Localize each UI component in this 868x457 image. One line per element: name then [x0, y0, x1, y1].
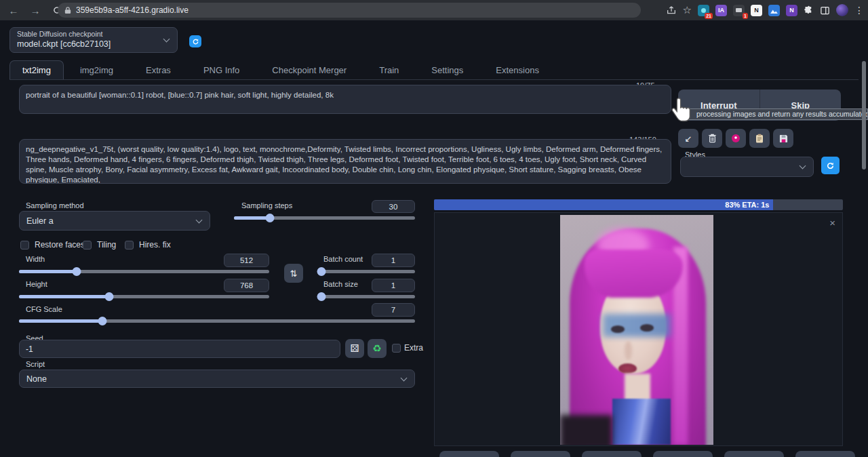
- slider-handle[interactable]: [98, 317, 106, 325]
- tab-extras[interactable]: Extras: [130, 61, 187, 79]
- height-slider[interactable]: [19, 295, 269, 298]
- tab-settings[interactable]: Settings: [415, 61, 479, 79]
- interrupt-tooltip: processing images and return any results…: [686, 108, 868, 120]
- extra-seed-checkbox[interactable]: [392, 344, 401, 353]
- batch-count-label: Batch count: [323, 255, 363, 263]
- save-button[interactable]: [439, 451, 499, 457]
- extension-pin-icon[interactable]: 21: [698, 5, 709, 16]
- browser-toolbar: ← → 359e5b9a-a5ff-4216.gradio.live ☆ 21 …: [0, 0, 868, 20]
- forward-icon[interactable]: →: [27, 2, 43, 18]
- height-label: Height: [26, 280, 47, 288]
- extension-badge: 21: [705, 13, 713, 19]
- extra-networks-icon: [731, 134, 741, 143]
- sidepanel-icon[interactable]: [820, 5, 830, 16]
- cfg-scale-label: CFG Scale: [26, 305, 62, 313]
- script-value: None: [26, 374, 47, 384]
- seed-input[interactable]: [19, 340, 340, 358]
- swap-dimensions-button[interactable]: ⇅: [284, 264, 303, 283]
- batch-size-value[interactable]: 1: [372, 279, 415, 292]
- hires-fix-checkbox[interactable]: [125, 241, 134, 250]
- checkpoint-dropdown[interactable]: Stable Diffusion checkpoint model.ckpt […: [9, 27, 178, 53]
- sampling-steps-value[interactable]: 30: [372, 200, 415, 213]
- url-text: 359e5b9a-a5ff-4216.gradio.live: [76, 5, 189, 15]
- tiling-checkbox[interactable]: [83, 241, 92, 250]
- extensions-puzzle-icon[interactable]: [804, 5, 814, 16]
- generated-image[interactable]: [560, 215, 713, 445]
- width-slider[interactable]: [19, 270, 269, 273]
- tab-img2img[interactable]: img2img: [64, 61, 130, 79]
- batch-size-slider[interactable]: [317, 295, 415, 298]
- webui-page: Stable Diffusion checkpoint model.ckpt […: [0, 20, 868, 457]
- tab-checkpoint-merger[interactable]: Checkpoint Merger: [256, 61, 363, 79]
- address-bar[interactable]: 359e5b9a-a5ff-4216.gradio.live: [58, 3, 641, 18]
- lock-icon: [64, 6, 71, 14]
- width-value[interactable]: 512: [224, 254, 269, 267]
- clear-prompt-button[interactable]: [702, 129, 722, 148]
- slider-handle[interactable]: [104, 292, 113, 301]
- sampling-method-dropdown[interactable]: Euler a: [19, 211, 210, 231]
- tab-train[interactable]: Train: [363, 61, 415, 79]
- back-icon[interactable]: ←: [5, 2, 22, 18]
- send-to-extras-button[interactable]: [724, 451, 784, 457]
- sampling-steps-slider[interactable]: [234, 216, 415, 220]
- refresh-checkpoint-button[interactable]: [189, 35, 201, 47]
- batch-count-slider[interactable]: [317, 270, 415, 273]
- checkpoint-label: Stable Diffusion checkpoint: [17, 30, 102, 38]
- restore-faces-checkbox[interactable]: [20, 241, 29, 250]
- floppy-save-icon: [779, 134, 788, 143]
- progress-label: 83% ETA: 1s: [725, 201, 769, 209]
- slider-handle[interactable]: [317, 292, 326, 301]
- profile-avatar[interactable]: [836, 4, 848, 16]
- extension-badge: 1: [743, 13, 748, 19]
- extra-networks-button[interactable]: [726, 129, 746, 148]
- random-seed-button[interactable]: ⚄: [345, 339, 364, 358]
- slider-handle[interactable]: [317, 267, 326, 276]
- negative-prompt-input[interactable]: ng_deepnegative_v1_75t, (worst quality, …: [19, 139, 671, 184]
- chevron-down-icon: [401, 374, 408, 381]
- progress-fill: 83% ETA: 1s: [434, 199, 773, 210]
- slider-handle[interactable]: [266, 214, 275, 222]
- slider-handle[interactable]: [72, 267, 81, 276]
- send-to-img2img-button[interactable]: [582, 451, 642, 457]
- height-value[interactable]: 768: [224, 279, 269, 292]
- send-to-inpaint-button[interactable]: [653, 451, 713, 457]
- tab-extensions[interactable]: Extensions: [479, 61, 555, 79]
- swap-icon: ⇅: [290, 269, 298, 279]
- chevron-down-icon: [163, 36, 170, 43]
- zip-button[interactable]: [511, 451, 570, 457]
- clipboard-icon: [755, 134, 764, 143]
- restore-faces-label: Restore faces: [35, 240, 85, 250]
- refresh-styles-button[interactable]: [821, 157, 840, 174]
- extension-photos-icon[interactable]: [768, 5, 780, 16]
- extension-onenote-icon[interactable]: N: [786, 5, 797, 16]
- script-dropdown[interactable]: None: [19, 370, 415, 388]
- tiling-label: Tiling: [97, 240, 116, 250]
- extension-ia-icon[interactable]: IA: [715, 5, 727, 16]
- tab-png-info[interactable]: PNG Info: [187, 61, 256, 79]
- close-icon[interactable]: ×: [829, 217, 835, 228]
- cfg-scale-value[interactable]: 7: [372, 303, 415, 317]
- extension-notion-icon[interactable]: N: [751, 5, 762, 16]
- extension-capture-icon[interactable]: 1: [733, 5, 745, 16]
- prompt-input[interactable]: portrait of a beautiful [woman::0.1] rob…: [19, 85, 671, 114]
- bookmark-star-icon[interactable]: ☆: [683, 4, 692, 16]
- save-style-button[interactable]: [773, 129, 793, 148]
- extra-action-button[interactable]: [795, 451, 855, 457]
- reuse-seed-button[interactable]: ♻: [368, 339, 387, 358]
- hires-fix-label: Hires. fix: [139, 240, 171, 250]
- styles-dropdown[interactable]: [680, 157, 814, 177]
- batch-size-label: Batch size: [323, 280, 358, 288]
- paste-generation-params-button[interactable]: ↙: [678, 129, 698, 148]
- chevron-down-icon: [196, 216, 203, 223]
- scrollbar-thumb[interactable]: [862, 61, 866, 170]
- paste-arrow-icon: ↙: [685, 134, 692, 144]
- trash-icon: [708, 134, 717, 143]
- sampling-method-label: Sampling method: [26, 201, 84, 210]
- apply-style-button[interactable]: [749, 129, 770, 148]
- cfg-scale-slider[interactable]: [19, 319, 415, 323]
- browser-menu-icon[interactable]: ⋮: [854, 5, 864, 16]
- tab-txt2img[interactable]: txt2img: [9, 60, 64, 79]
- extra-seed-label: Extra: [404, 343, 423, 353]
- share-icon[interactable]: [666, 5, 677, 16]
- batch-count-value[interactable]: 1: [372, 254, 415, 267]
